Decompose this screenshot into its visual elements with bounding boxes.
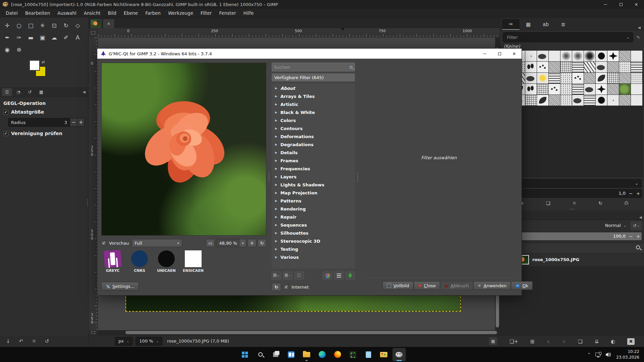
- refresh-brushes-icon[interactable]: ↻: [598, 200, 602, 206]
- preview-refresh-button[interactable]: ↻: [258, 239, 266, 247]
- dialog-splitter-handle[interactable]: [268, 63, 270, 291]
- brush-cell[interactable]: [549, 73, 560, 83]
- brush-cell[interactable]: [596, 51, 607, 61]
- expand-triangle-icon[interactable]: ▶: [275, 183, 277, 186]
- dock-collapse-icon[interactable]: ◀: [639, 215, 642, 220]
- brush-cell[interactable]: [584, 95, 595, 106]
- toolbox-tool[interactable]: ◇: [72, 19, 84, 32]
- brush-cell[interactable]: [572, 51, 584, 61]
- merge-checkbox[interactable]: ✓: [3, 131, 8, 136]
- menu-item[interactable]: Filter: [197, 9, 215, 17]
- filter-category[interactable]: ▶ Black & White: [272, 108, 355, 116]
- volume-icon[interactable]: [605, 352, 611, 357]
- brush-cell[interactable]: [560, 51, 572, 61]
- toolbox-tool[interactable]: ✑: [13, 32, 25, 44]
- layer-search-icon[interactable]: [636, 245, 640, 250]
- toolbox-tool[interactable]: ☁: [48, 32, 60, 44]
- tab-images[interactable]: ▦: [36, 88, 46, 96]
- brush-cell[interactable]: [607, 51, 619, 61]
- clock[interactable]: 10:22 23.03.2026: [616, 349, 639, 360]
- expand-triangle-icon[interactable]: ▶: [275, 167, 277, 170]
- filter-category[interactable]: ▶ Sequences: [272, 221, 355, 229]
- toolbox-tool[interactable]: A: [72, 32, 84, 44]
- swap-colors-icon[interactable]: ⇄: [42, 60, 45, 64]
- zoom-out-button[interactable]: ▭: [206, 239, 215, 247]
- brush-selector-dropdown[interactable]: ⌄: [502, 179, 642, 188]
- brush-cell[interactable]: [619, 73, 631, 83]
- remove-fave-icon[interactable]: −: [283, 272, 292, 280]
- filter-category[interactable]: ▶ Rendering: [272, 205, 355, 213]
- expand-triangle-icon[interactable]: ▶: [275, 86, 277, 90]
- filter-search-input[interactable]: [274, 65, 350, 70]
- brush-cell[interactable]: [572, 62, 584, 72]
- brush-cell[interactable]: [537, 84, 548, 95]
- apply-button[interactable]: ✳ Anwenden: [473, 281, 511, 290]
- layer-opacity-slider[interactable]: 100,0 − +: [502, 232, 642, 241]
- brush-cell[interactable]: [572, 73, 584, 83]
- expand-triangle-icon[interactable]: ▶: [275, 111, 277, 114]
- dock-collapse-icon[interactable]: ◀: [638, 25, 642, 30]
- foreground-color-swatch[interactable]: [30, 60, 40, 70]
- opacity-increase-icon[interactable]: +: [634, 234, 642, 239]
- open-brush-icon[interactable]: ⎙: [625, 200, 628, 206]
- brush-cell[interactable]: [631, 51, 642, 61]
- brush-cell[interactable]: [607, 62, 619, 72]
- filter-category[interactable]: ▶ Arrays & Tiles: [272, 92, 355, 100]
- close-dialog-button[interactable]: ✖ Close: [414, 281, 440, 290]
- tab-undo-history[interactable]: ↺: [25, 88, 35, 96]
- brush-cell[interactable]: [607, 84, 619, 95]
- filter-search-box[interactable]: [272, 63, 355, 71]
- spacing-decrease-icon[interactable]: −: [627, 191, 634, 196]
- preview-colors-icon[interactable]: [323, 272, 332, 280]
- brush-cell[interactable]: [560, 84, 572, 95]
- brush-cell[interactable]: [584, 62, 595, 72]
- brush-cell[interactable]: [537, 62, 548, 72]
- horizontal-ruler[interactable]: 02505007501000: [98, 28, 500, 38]
- brush-cell[interactable]: [572, 84, 584, 95]
- unit-dropdown[interactable]: px⌄: [115, 337, 133, 346]
- brush-cell[interactable]: [549, 95, 560, 106]
- duplicate-layer-icon[interactable]: ❏: [578, 339, 582, 345]
- save-preset-icon[interactable]: ↓: [6, 338, 10, 344]
- filter-category[interactable]: ▶ Map Projection: [272, 189, 355, 197]
- filter-category[interactable]: ▶ Frames: [272, 157, 355, 165]
- gimp-taskbar-icon[interactable]: [392, 348, 406, 361]
- brush-cell[interactable]: [607, 73, 619, 83]
- ruler-origin-button[interactable]: [89, 28, 98, 38]
- notepad-icon[interactable]: [362, 348, 375, 361]
- expand-triangle-icon[interactable]: ▶: [275, 103, 277, 106]
- opacity-decrease-icon[interactable]: −: [627, 234, 634, 239]
- brush-cell[interactable]: [584, 51, 595, 61]
- expand-triangle-icon[interactable]: ▶: [275, 151, 277, 154]
- brush-cell[interactable]: [525, 51, 537, 61]
- navigation-button[interactable]: ▦: [489, 337, 497, 345]
- brush-cell[interactable]: [560, 95, 572, 106]
- new-layer-icon[interactable]: ❏+: [509, 339, 518, 345]
- quick-mask-button[interactable]: [89, 330, 98, 335]
- tray-expand-icon[interactable]: ⌃: [587, 352, 591, 357]
- tab-gradients[interactable]: ≣: [554, 19, 572, 30]
- ok-button[interactable]: ✓ Ok: [511, 281, 533, 290]
- spacing-increase-icon[interactable]: +: [634, 191, 642, 196]
- gmic-close-button[interactable]: ✕: [507, 49, 522, 59]
- new-group-icon[interactable]: ⊞: [530, 339, 535, 345]
- tab-tool-options[interactable]: ☰: [2, 88, 12, 96]
- filter-category[interactable]: ▶ Frequencies: [272, 165, 355, 173]
- brush-spacing-slider[interactable]: 1,0 − +: [502, 189, 642, 198]
- toolbox-tool[interactable]: ✐: [60, 32, 72, 44]
- brush-cell[interactable]: [560, 62, 572, 72]
- brush-cell[interactable]: [549, 51, 560, 61]
- update-filters-button[interactable]: ↻: [272, 283, 281, 291]
- network-icon[interactable]: [595, 353, 601, 356]
- list-settings-icon[interactable]: [334, 272, 343, 280]
- expand-triangle-icon[interactable]: ▶: [275, 247, 277, 251]
- mail-icon[interactable]: [284, 348, 298, 361]
- brush-cell[interactable]: [572, 95, 584, 106]
- preview-zoom-dropdown[interactable]: 48,90 %▾: [216, 239, 246, 247]
- vertical-ruler[interactable]: 0250500750: [89, 38, 98, 330]
- toolbox-tool[interactable]: ▣: [37, 32, 48, 44]
- toolbox-tool[interactable]: ✳: [37, 19, 48, 32]
- rename-fave-icon[interactable]: AbcDef: [294, 272, 304, 280]
- expand-all-icon[interactable]: [345, 272, 355, 280]
- edge-icon[interactable]: [315, 348, 329, 361]
